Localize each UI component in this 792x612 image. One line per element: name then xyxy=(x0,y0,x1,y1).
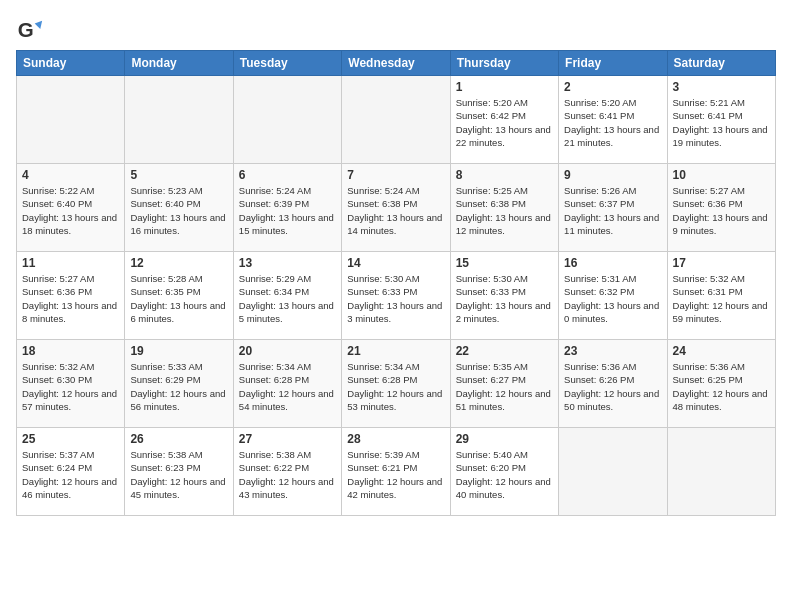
day-info: Sunrise: 5:31 AMSunset: 6:32 PMDaylight:… xyxy=(564,272,661,325)
day-info: Sunrise: 5:38 AMSunset: 6:22 PMDaylight:… xyxy=(239,448,336,501)
day-number: 28 xyxy=(347,432,444,446)
weekday-header: Friday xyxy=(559,51,667,76)
day-number: 26 xyxy=(130,432,227,446)
day-number: 29 xyxy=(456,432,553,446)
day-info: Sunrise: 5:28 AMSunset: 6:35 PMDaylight:… xyxy=(130,272,227,325)
calendar-cell: 9Sunrise: 5:26 AMSunset: 6:37 PMDaylight… xyxy=(559,164,667,252)
day-number: 27 xyxy=(239,432,336,446)
calendar-cell: 12Sunrise: 5:28 AMSunset: 6:35 PMDayligh… xyxy=(125,252,233,340)
day-number: 21 xyxy=(347,344,444,358)
weekday-header: Tuesday xyxy=(233,51,341,76)
calendar-cell: 28Sunrise: 5:39 AMSunset: 6:21 PMDayligh… xyxy=(342,428,450,516)
day-info: Sunrise: 5:34 AMSunset: 6:28 PMDaylight:… xyxy=(239,360,336,413)
weekday-header: Wednesday xyxy=(342,51,450,76)
day-number: 23 xyxy=(564,344,661,358)
day-number: 6 xyxy=(239,168,336,182)
day-info: Sunrise: 5:38 AMSunset: 6:23 PMDaylight:… xyxy=(130,448,227,501)
day-info: Sunrise: 5:39 AMSunset: 6:21 PMDaylight:… xyxy=(347,448,444,501)
weekday-header: Saturday xyxy=(667,51,775,76)
day-info: Sunrise: 5:24 AMSunset: 6:39 PMDaylight:… xyxy=(239,184,336,237)
calendar-cell: 4Sunrise: 5:22 AMSunset: 6:40 PMDaylight… xyxy=(17,164,125,252)
svg-marker-1 xyxy=(35,21,42,29)
day-number: 9 xyxy=(564,168,661,182)
day-number: 13 xyxy=(239,256,336,270)
day-number: 2 xyxy=(564,80,661,94)
calendar-cell: 1Sunrise: 5:20 AMSunset: 6:42 PMDaylight… xyxy=(450,76,558,164)
calendar-week-row: 11Sunrise: 5:27 AMSunset: 6:36 PMDayligh… xyxy=(17,252,776,340)
weekday-header: Monday xyxy=(125,51,233,76)
calendar-cell xyxy=(667,428,775,516)
calendar-cell: 27Sunrise: 5:38 AMSunset: 6:22 PMDayligh… xyxy=(233,428,341,516)
page-header: G xyxy=(16,16,776,44)
calendar-cell: 16Sunrise: 5:31 AMSunset: 6:32 PMDayligh… xyxy=(559,252,667,340)
day-info: Sunrise: 5:40 AMSunset: 6:20 PMDaylight:… xyxy=(456,448,553,501)
day-info: Sunrise: 5:32 AMSunset: 6:30 PMDaylight:… xyxy=(22,360,119,413)
day-number: 14 xyxy=(347,256,444,270)
day-info: Sunrise: 5:20 AMSunset: 6:42 PMDaylight:… xyxy=(456,96,553,149)
day-number: 16 xyxy=(564,256,661,270)
calendar-cell: 21Sunrise: 5:34 AMSunset: 6:28 PMDayligh… xyxy=(342,340,450,428)
calendar-cell: 10Sunrise: 5:27 AMSunset: 6:36 PMDayligh… xyxy=(667,164,775,252)
calendar-cell: 15Sunrise: 5:30 AMSunset: 6:33 PMDayligh… xyxy=(450,252,558,340)
calendar-cell xyxy=(233,76,341,164)
calendar-cell: 24Sunrise: 5:36 AMSunset: 6:25 PMDayligh… xyxy=(667,340,775,428)
day-number: 20 xyxy=(239,344,336,358)
day-number: 18 xyxy=(22,344,119,358)
day-number: 25 xyxy=(22,432,119,446)
calendar-cell: 14Sunrise: 5:30 AMSunset: 6:33 PMDayligh… xyxy=(342,252,450,340)
calendar-cell: 25Sunrise: 5:37 AMSunset: 6:24 PMDayligh… xyxy=(17,428,125,516)
weekday-header: Sunday xyxy=(17,51,125,76)
calendar-cell: 6Sunrise: 5:24 AMSunset: 6:39 PMDaylight… xyxy=(233,164,341,252)
day-number: 3 xyxy=(673,80,770,94)
calendar-cell xyxy=(559,428,667,516)
calendar-cell xyxy=(342,76,450,164)
calendar-week-row: 4Sunrise: 5:22 AMSunset: 6:40 PMDaylight… xyxy=(17,164,776,252)
calendar-cell: 29Sunrise: 5:40 AMSunset: 6:20 PMDayligh… xyxy=(450,428,558,516)
calendar-cell: 13Sunrise: 5:29 AMSunset: 6:34 PMDayligh… xyxy=(233,252,341,340)
calendar-header: SundayMondayTuesdayWednesdayThursdayFrid… xyxy=(17,51,776,76)
weekday-row: SundayMondayTuesdayWednesdayThursdayFrid… xyxy=(17,51,776,76)
calendar-cell: 23Sunrise: 5:36 AMSunset: 6:26 PMDayligh… xyxy=(559,340,667,428)
calendar-cell: 20Sunrise: 5:34 AMSunset: 6:28 PMDayligh… xyxy=(233,340,341,428)
calendar-cell: 17Sunrise: 5:32 AMSunset: 6:31 PMDayligh… xyxy=(667,252,775,340)
calendar-cell xyxy=(17,76,125,164)
calendar-cell: 19Sunrise: 5:33 AMSunset: 6:29 PMDayligh… xyxy=(125,340,233,428)
calendar-cell: 2Sunrise: 5:20 AMSunset: 6:41 PMDaylight… xyxy=(559,76,667,164)
day-number: 22 xyxy=(456,344,553,358)
day-number: 4 xyxy=(22,168,119,182)
calendar-cell: 8Sunrise: 5:25 AMSunset: 6:38 PMDaylight… xyxy=(450,164,558,252)
day-info: Sunrise: 5:37 AMSunset: 6:24 PMDaylight:… xyxy=(22,448,119,501)
day-info: Sunrise: 5:27 AMSunset: 6:36 PMDaylight:… xyxy=(673,184,770,237)
calendar-cell: 11Sunrise: 5:27 AMSunset: 6:36 PMDayligh… xyxy=(17,252,125,340)
day-number: 11 xyxy=(22,256,119,270)
day-info: Sunrise: 5:20 AMSunset: 6:41 PMDaylight:… xyxy=(564,96,661,149)
day-info: Sunrise: 5:29 AMSunset: 6:34 PMDaylight:… xyxy=(239,272,336,325)
day-info: Sunrise: 5:30 AMSunset: 6:33 PMDaylight:… xyxy=(456,272,553,325)
weekday-header: Thursday xyxy=(450,51,558,76)
logo: G xyxy=(16,16,48,44)
day-info: Sunrise: 5:36 AMSunset: 6:26 PMDaylight:… xyxy=(564,360,661,413)
day-info: Sunrise: 5:22 AMSunset: 6:40 PMDaylight:… xyxy=(22,184,119,237)
calendar-cell: 22Sunrise: 5:35 AMSunset: 6:27 PMDayligh… xyxy=(450,340,558,428)
calendar-week-row: 1Sunrise: 5:20 AMSunset: 6:42 PMDaylight… xyxy=(17,76,776,164)
day-number: 24 xyxy=(673,344,770,358)
day-info: Sunrise: 5:23 AMSunset: 6:40 PMDaylight:… xyxy=(130,184,227,237)
day-info: Sunrise: 5:32 AMSunset: 6:31 PMDaylight:… xyxy=(673,272,770,325)
logo-icon: G xyxy=(16,16,44,44)
day-info: Sunrise: 5:33 AMSunset: 6:29 PMDaylight:… xyxy=(130,360,227,413)
calendar-cell: 26Sunrise: 5:38 AMSunset: 6:23 PMDayligh… xyxy=(125,428,233,516)
day-info: Sunrise: 5:35 AMSunset: 6:27 PMDaylight:… xyxy=(456,360,553,413)
day-number: 8 xyxy=(456,168,553,182)
calendar-body: 1Sunrise: 5:20 AMSunset: 6:42 PMDaylight… xyxy=(17,76,776,516)
calendar-cell: 18Sunrise: 5:32 AMSunset: 6:30 PMDayligh… xyxy=(17,340,125,428)
day-info: Sunrise: 5:30 AMSunset: 6:33 PMDaylight:… xyxy=(347,272,444,325)
calendar-week-row: 18Sunrise: 5:32 AMSunset: 6:30 PMDayligh… xyxy=(17,340,776,428)
day-number: 12 xyxy=(130,256,227,270)
day-number: 15 xyxy=(456,256,553,270)
calendar-cell: 7Sunrise: 5:24 AMSunset: 6:38 PMDaylight… xyxy=(342,164,450,252)
day-info: Sunrise: 5:25 AMSunset: 6:38 PMDaylight:… xyxy=(456,184,553,237)
day-number: 10 xyxy=(673,168,770,182)
day-number: 19 xyxy=(130,344,227,358)
calendar-cell xyxy=(125,76,233,164)
day-info: Sunrise: 5:34 AMSunset: 6:28 PMDaylight:… xyxy=(347,360,444,413)
